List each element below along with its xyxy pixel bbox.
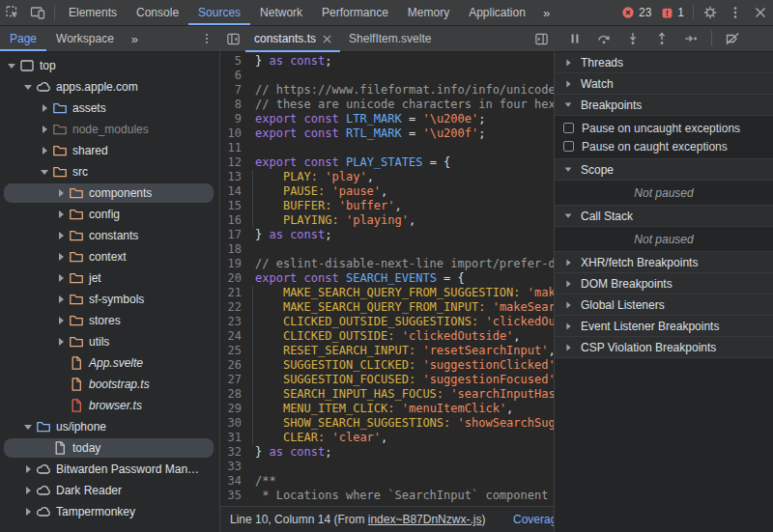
line-number[interactable]: 27 [220,373,242,387]
line-number[interactable]: 17 [220,228,242,242]
section-header-event-listener-breakpoints[interactable]: Event Listener Breakpoints [555,316,773,337]
error-badge[interactable]: 23 [621,6,651,19]
tree-expand-arrow-icon[interactable] [55,232,67,239]
panel-tab-application[interactable]: Application [459,0,535,25]
tree-item-assets[interactable]: assets [0,98,219,119]
tree-item-bootstrap-ts[interactable]: bootstrap.ts [0,374,219,395]
deactivate-breakpoints-icon[interactable] [720,26,745,51]
tree-expand-arrow-icon[interactable] [39,104,50,112]
line-number[interactable]: 14 [220,184,242,199]
line-number[interactable]: 24 [220,329,242,344]
tree-item-today[interactable]: today [0,437,219,459]
kebab-menu-icon[interactable] [723,0,748,25]
tree-item-node-modules[interactable]: node_modules [0,119,219,140]
file-tab-shelfitem-svelte[interactable]: ShelfItem.svelte [340,26,440,52]
tree-expand-arrow-icon[interactable] [55,317,67,324]
tree-item-dark-reader[interactable]: Dark Reader [0,480,219,501]
tree-item-jet[interactable]: jet [0,267,219,289]
more-panels-button[interactable]: » [535,6,558,20]
tree-expand-arrow-icon[interactable] [22,425,34,430]
line-number[interactable]: 9 [220,112,242,126]
tree-expand-arrow-icon[interactable] [22,508,34,516]
section-header-threads[interactable]: Threads [555,52,773,73]
panel-tab-console[interactable]: Console [127,0,188,25]
pause-exception-option[interactable]: Pause on caught exceptions [555,137,773,155]
line-number[interactable]: 29 [220,402,242,416]
tree-expand-arrow-icon[interactable] [55,338,67,346]
panel-tab-network[interactable]: Network [250,0,312,25]
section-header-breakpoints[interactable]: Breakpoints [555,95,773,116]
tree-item-top[interactable]: top [0,55,219,76]
tree-expand-arrow-icon[interactable] [55,253,67,261]
tree-expand-arrow-icon[interactable] [55,295,67,303]
line-number[interactable]: 30 [220,416,242,431]
line-number[interactable]: 8 [220,98,242,112]
line-number[interactable]: 31 [220,431,242,445]
line-number[interactable]: 25 [220,344,242,358]
tree-item-us-iphone[interactable]: us/iphone [0,416,219,437]
line-number[interactable]: 7 [220,83,242,98]
line-number[interactable]: 34 [220,474,242,489]
panel-tab-performance[interactable]: Performance [312,0,398,25]
tree-expand-arrow-icon[interactable] [22,85,34,90]
tree-expand-arrow-icon[interactable] [22,465,34,473]
code-editor[interactable]: 5} as const;67// https://www.fileformat.… [220,52,554,506]
line-number[interactable]: 21 [220,286,242,300]
line-number[interactable]: 33 [220,460,242,474]
section-header-csp-violation-breakpoints[interactable]: CSP Violation Breakpoints [555,337,773,358]
tree-item-stores[interactable]: stores [0,310,219,331]
pause-exception-option[interactable]: Pause on uncaught exceptions [555,119,773,137]
step-out-icon[interactable] [649,26,674,51]
tree-item-app-svelte[interactable]: App.svelte [0,352,219,374]
navigator-tab-workspace[interactable]: Workspace [46,26,124,51]
gear-icon[interactable] [698,0,723,25]
tree-item-apps-apple-com[interactable]: apps.apple.com [0,76,219,98]
tree-expand-arrow-icon[interactable] [55,210,67,218]
panel-tab-memory[interactable]: Memory [398,0,459,25]
line-number[interactable]: 15 [220,199,242,213]
tree-expand-arrow-icon[interactable] [39,126,50,133]
toggle-debugger-panel-icon[interactable] [529,26,554,51]
tree-item-constants[interactable]: constants [0,225,219,246]
navigator-kebab-menu-icon[interactable] [194,26,219,51]
checkbox-unchecked[interactable] [563,141,574,152]
checkbox-unchecked[interactable] [563,123,574,133]
line-number[interactable]: 5 [220,54,242,69]
tree-item-utils[interactable]: utils [0,331,219,352]
tree-expand-arrow-icon[interactable] [55,274,67,282]
tree-item-context[interactable]: context [0,246,219,267]
tree-expand-arrow-icon[interactable] [39,170,50,175]
line-number[interactable]: 10 [220,126,242,141]
issues-badge[interactable]: 1 [661,6,684,19]
tree-expand-arrow-icon[interactable] [22,487,34,494]
tree-expand-arrow-icon[interactable] [6,64,17,69]
line-number[interactable]: 19 [220,257,242,271]
line-number[interactable]: 28 [220,387,242,402]
line-number[interactable]: 23 [220,315,242,329]
inspect-icon[interactable] [0,0,25,25]
line-number[interactable]: 16 [220,213,242,228]
section-header-call-stack[interactable]: Call Stack [555,206,773,227]
section-header-global-listeners[interactable]: Global Listeners [555,294,773,316]
panel-tab-sources[interactable]: Sources [188,0,250,25]
section-header-dom-breakpoints[interactable]: DOM Breakpoints [555,273,773,294]
tree-item-tampermonkey[interactable]: Tampermonkey [0,501,219,522]
file-tab-constants-ts[interactable]: constants.ts [245,26,340,52]
line-number[interactable]: 22 [220,300,242,315]
step-over-icon[interactable] [591,26,616,51]
step-icon[interactable] [678,26,703,51]
line-number[interactable]: 18 [220,242,242,257]
line-number[interactable]: 35 [220,489,242,503]
tree-expand-arrow-icon[interactable] [39,147,50,154]
tree-item-bitwarden-password-man-[interactable]: Bitwarden Password Man… [0,459,219,480]
line-number[interactable]: 32 [220,445,242,460]
panel-tab-elements[interactable]: Elements [59,0,127,25]
tree-item-config[interactable]: config [0,204,219,225]
line-number[interactable]: 12 [220,155,242,170]
tree-item-shared[interactable]: shared [0,140,219,161]
line-number[interactable]: 20 [220,271,242,286]
step-into-icon[interactable] [620,26,645,51]
navigator-tab-page[interactable]: Page [0,26,46,51]
section-header-xhr-fetch-breakpoints[interactable]: XHR/fetch Breakpoints [555,252,773,273]
line-number[interactable]: 26 [220,358,242,373]
